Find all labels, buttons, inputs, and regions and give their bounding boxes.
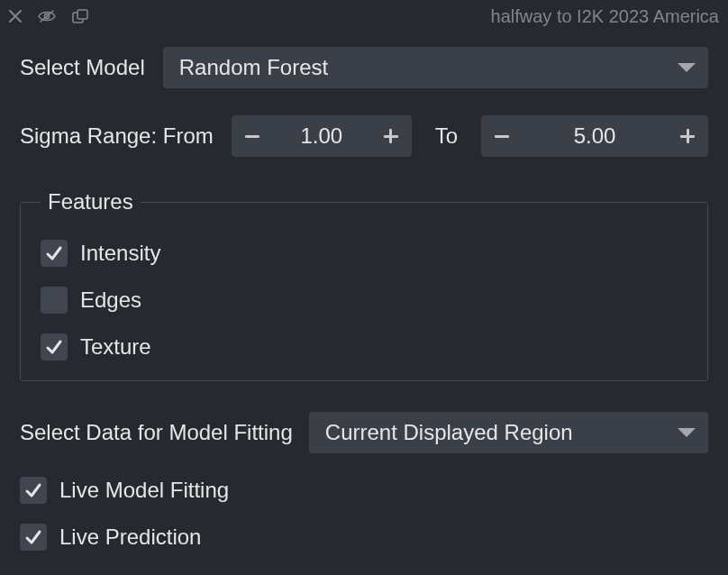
chevron-down-icon <box>678 428 696 437</box>
minus-icon <box>245 135 259 138</box>
sigma-to-value[interactable]: 5.00 <box>523 123 667 149</box>
feature-texture-row: Texture <box>41 333 687 361</box>
chevron-down-icon <box>678 63 696 72</box>
sigma-label: Sigma Range: From <box>20 123 214 149</box>
model-select[interactable]: Random Forest <box>163 47 708 88</box>
features-group: Features Intensity Edges Texture <box>20 189 708 381</box>
data-select-row: Select Data for Model Fitting Current Di… <box>20 412 708 453</box>
plus-icon <box>680 129 695 143</box>
svg-rect-2 <box>77 10 87 19</box>
feature-intensity-checkbox[interactable] <box>41 240 68 267</box>
features-legend: Features <box>41 189 141 214</box>
feature-intensity-label: Intensity <box>80 241 160 266</box>
live-options: Live Model Fitting Live Prediction <box>20 477 708 551</box>
feature-edges-label: Edges <box>80 288 141 313</box>
feature-texture-checkbox[interactable] <box>41 333 68 361</box>
sigma-from-increment[interactable] <box>370 115 412 157</box>
float-panel-icon[interactable] <box>72 9 88 23</box>
sigma-from-spinbox[interactable]: 1.00 <box>232 115 412 157</box>
sigma-to-spinbox[interactable]: 5.00 <box>481 115 708 157</box>
panel-header: halfway to I2K 2023 America <box>0 0 728 32</box>
data-select[interactable]: Current Displayed Region <box>309 412 708 453</box>
sigma-to-label: To <box>430 123 463 149</box>
data-select-label: Select Data for Model Fitting <box>20 420 293 445</box>
live-prediction-row: Live Prediction <box>20 524 708 551</box>
sigma-to-increment[interactable] <box>667 115 708 157</box>
feature-texture-label: Texture <box>80 334 151 360</box>
live-fitting-row: Live Model Fitting <box>20 477 708 504</box>
panel-title: halfway to I2K 2023 America <box>491 6 719 27</box>
feature-edges-checkbox[interactable] <box>41 287 68 314</box>
model-select-value: Random Forest <box>179 55 678 80</box>
sigma-from-decrement[interactable] <box>232 115 273 157</box>
plus-icon <box>384 129 398 143</box>
model-row: Select Model Random Forest <box>20 47 708 88</box>
minus-icon <box>495 135 509 138</box>
close-icon[interactable] <box>9 10 22 23</box>
live-prediction-checkbox[interactable] <box>20 524 47 551</box>
feature-edges-row: Edges <box>41 287 687 314</box>
header-icon-group <box>9 9 88 23</box>
data-select-value: Current Displayed Region <box>325 420 678 445</box>
live-prediction-label: Live Prediction <box>59 525 201 550</box>
eye-off-icon[interactable] <box>38 10 56 23</box>
live-fitting-checkbox[interactable] <box>20 477 47 504</box>
model-label: Select Model <box>20 55 145 80</box>
sigma-from-value[interactable]: 1.00 <box>273 123 370 149</box>
live-fitting-label: Live Model Fitting <box>59 478 229 503</box>
sigma-to-decrement[interactable] <box>481 115 523 157</box>
sigma-row: Sigma Range: From 1.00 To 5.00 <box>20 115 708 157</box>
feature-intensity-row: Intensity <box>41 240 687 267</box>
